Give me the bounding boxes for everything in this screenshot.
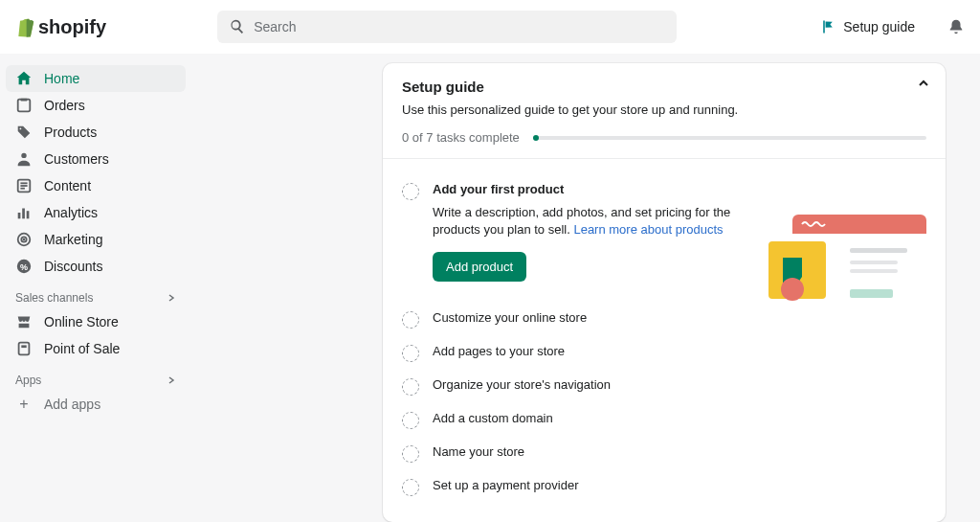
discounts-icon: % xyxy=(15,258,33,275)
task-checkbox[interactable] xyxy=(402,445,419,463)
orders-icon xyxy=(15,97,33,114)
svg-point-20 xyxy=(781,278,804,301)
collapse-button[interactable] xyxy=(917,77,930,94)
brand-name: shopify xyxy=(38,16,106,38)
progress-bar xyxy=(533,136,926,140)
sidebar-item-online-store[interactable]: Online Store xyxy=(6,308,186,335)
sidebar-item-products[interactable]: Products xyxy=(6,119,186,146)
sidebar-item-discounts[interactable]: % Discounts xyxy=(6,253,186,280)
main-content: Setup guide Use this personalized guide … xyxy=(191,54,980,522)
sidebar-item-orders[interactable]: Orders xyxy=(6,92,186,119)
svg-rect-21 xyxy=(850,248,907,253)
chevron-right-icon xyxy=(167,293,176,303)
apps-header[interactable]: Apps xyxy=(6,362,186,391)
svg-rect-16 xyxy=(21,345,26,348)
sidebar-item-home[interactable]: Home xyxy=(6,65,186,92)
search-icon xyxy=(229,18,246,35)
svg-rect-22 xyxy=(850,261,898,264)
task-name-store[interactable]: Name your store xyxy=(402,437,926,470)
svg-rect-9 xyxy=(27,211,30,218)
notifications-icon[interactable] xyxy=(947,18,965,35)
svg-text:%: % xyxy=(20,262,28,272)
svg-rect-7 xyxy=(18,213,21,218)
product-illustration xyxy=(768,215,926,320)
products-icon xyxy=(15,124,33,141)
content-icon xyxy=(15,177,33,194)
pos-icon xyxy=(15,340,33,357)
sidebar-item-pos[interactable]: Point of Sale xyxy=(6,335,186,362)
sidebar-item-marketing[interactable]: Marketing xyxy=(6,226,186,253)
task-checkbox[interactable] xyxy=(402,412,419,429)
task-checkbox[interactable] xyxy=(402,345,419,362)
task-checkbox[interactable] xyxy=(402,479,419,496)
online-store-icon xyxy=(15,313,33,330)
svg-rect-15 xyxy=(19,343,30,355)
setup-guide-subtitle: Use this personalized guide to get your … xyxy=(402,102,926,117)
shopify-logo[interactable]: shopify xyxy=(15,16,106,38)
chevron-up-icon xyxy=(917,77,930,90)
task-checkbox[interactable] xyxy=(402,183,419,200)
task-payment-provider[interactable]: Set up a payment provider xyxy=(402,470,926,504)
svg-rect-1 xyxy=(20,99,27,102)
home-icon xyxy=(15,70,33,87)
svg-rect-23 xyxy=(850,269,898,273)
chevron-right-icon xyxy=(167,375,176,385)
marketing-icon xyxy=(15,231,33,248)
svg-point-12 xyxy=(23,238,26,241)
flag-icon xyxy=(820,19,835,34)
sidebar-item-analytics[interactable]: Analytics xyxy=(6,199,186,226)
task-title: Add your first product xyxy=(433,182,926,196)
search-input[interactable]: Search xyxy=(217,11,677,43)
sidebar-item-add-apps[interactable]: + Add apps xyxy=(6,391,186,418)
learn-more-link[interactable]: Learn more about products xyxy=(573,222,723,237)
svg-rect-8 xyxy=(22,209,25,219)
search-placeholder: Search xyxy=(254,19,296,34)
task-add-pages[interactable]: Add pages to your store xyxy=(402,336,926,370)
sales-channels-header[interactable]: Sales channels xyxy=(6,280,186,308)
shopify-bag-icon xyxy=(15,16,34,37)
task-organize-nav[interactable]: Organize your store's navigation xyxy=(402,370,926,403)
setup-guide-card: Setup guide Use this personalized guide … xyxy=(383,63,946,522)
setup-guide-title: Setup guide xyxy=(402,79,926,95)
sidebar-item-customers[interactable]: Customers xyxy=(6,146,186,172)
setup-guide-link[interactable]: Setup guide xyxy=(820,19,915,34)
svg-rect-24 xyxy=(850,289,893,298)
add-product-button[interactable]: Add product xyxy=(433,252,526,282)
sidebar: Home Orders Products Customers Content A… xyxy=(0,54,191,522)
customers-icon xyxy=(15,150,33,168)
task-description: Write a description, add photos, and set… xyxy=(433,204,739,238)
progress-text: 0 of 7 tasks complete xyxy=(402,130,520,145)
task-custom-domain[interactable]: Add a custom domain xyxy=(402,403,926,437)
svg-point-2 xyxy=(21,153,26,158)
analytics-icon xyxy=(15,204,33,221)
task-checkbox[interactable] xyxy=(402,378,419,396)
task-checkbox[interactable] xyxy=(402,311,419,329)
plus-icon: + xyxy=(15,396,33,413)
sidebar-item-content[interactable]: Content xyxy=(6,172,186,199)
svg-rect-0 xyxy=(18,100,31,112)
